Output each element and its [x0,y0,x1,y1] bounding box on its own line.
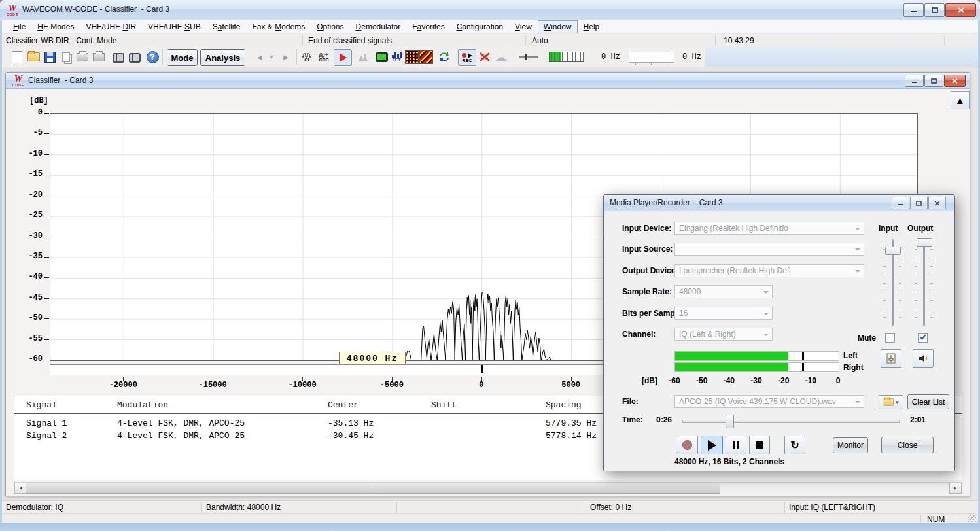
speaker-checkbox[interactable] [918,333,928,343]
delete-recording-button[interactable] [478,50,492,64]
record-signal-button[interactable]: REC [458,49,476,66]
mute-checkbox[interactable] [885,333,895,343]
field-combo-input-source-[interactable] [674,243,864,256]
display-button[interactable] [374,50,389,64]
field-combo-sample-rate-[interactable]: 48000 [674,285,773,298]
squelch-button[interactable] [519,50,538,64]
find-next-button[interactable] [128,50,142,64]
field-combo-bits-per-sample-[interactable]: 16 [674,307,773,320]
file-combo[interactable]: APCO-25 (IQ Voice 439.175 W-CLOUD).wav [674,395,864,408]
menu-item-window[interactable]: Window [538,20,578,33]
menu-item-fax-modems[interactable]: Fax & Modems [246,20,311,33]
menu-item-favorites[interactable]: Favorites [406,20,450,33]
column-header-spacing[interactable]: Spacing [546,400,582,410]
dialog-minimize-button[interactable] [892,197,909,209]
close-dialog-button[interactable]: Close [881,437,934,453]
column-header-modulation[interactable]: Modulation [117,400,168,410]
menu-item-vhf-uhf-sub[interactable]: VHF/UHF-SUB [142,20,207,33]
pause-button[interactable] [726,436,746,454]
status-separator [956,515,956,522]
new-file-button[interactable] [10,50,24,64]
help-button[interactable]: ? [145,50,160,64]
child-title-bar[interactable]: WCODE Classifier - Card 3 [6,73,970,89]
analysis-button[interactable]: Analysis [200,49,245,66]
collapse-panel-button[interactable]: ▲ [951,91,970,109]
mode-button[interactable]: Mode [167,49,198,66]
dialog-title-bar[interactable]: Media Player/Recorder - Card 3 [604,195,954,211]
cloud-button[interactable]: ☁ [493,50,508,64]
start-button[interactable] [334,49,352,66]
waterfall-button[interactable] [404,50,419,64]
menu-item-file[interactable]: File [7,20,31,33]
menu-item-help[interactable]: Help [578,20,606,33]
speaker-button[interactable] [913,349,934,368]
mixer-button[interactable] [881,349,901,368]
classifier-button[interactable]: CL [300,50,315,64]
print-preview-button[interactable] [92,50,106,64]
meter-tick-label: -60 [663,376,686,385]
dialog-restore-button[interactable] [910,197,928,209]
horizontal-scrollbar[interactable]: ◄ ► [14,482,962,494]
combo-value: Lautsprecher (Realtek High Defi [679,266,791,275]
browse-file-button[interactable]: ▼ [879,395,903,409]
scroll-right-button[interactable]: ► [949,483,962,494]
menu-item-hf-modes[interactable]: HF-Modes [31,20,80,33]
field-combo-channel-[interactable]: IQ (Left & Right) [674,328,773,341]
code-check-button[interactable]: CCC [317,50,331,64]
history-dropdown-button[interactable]: ▼ [267,50,276,64]
y-tick-mark [44,113,49,114]
open-file-button[interactable] [26,50,41,64]
resize-grip[interactable] [968,515,976,522]
copy-button[interactable] [59,50,73,64]
output-slider-thumb[interactable] [917,238,932,247]
close-icon [958,7,964,13]
refresh-button[interactable] [437,50,451,64]
back-button[interactable]: ◄ [253,50,267,64]
fft-button[interactable]: FFT [389,50,404,64]
forward-button[interactable]: ► [279,50,293,64]
column-header-signal[interactable]: Signal [26,400,57,410]
sonagram-button[interactable] [419,50,433,64]
menu-item-options[interactable]: Options [311,20,349,33]
column-header-center[interactable]: Center [328,400,359,410]
cloud-icon: ☁ [495,51,507,63]
menu-item-demodulator[interactable]: Demodulator [350,20,407,33]
menu-item-vhf-uhf-dir[interactable]: VHF/UHF-DIR [80,20,142,33]
field-combo-output-device-[interactable]: Lautsprecher (Realtek High Defi [674,264,864,277]
center-frequency-marker[interactable] [481,365,483,373]
save-button[interactable] [43,50,57,64]
field-combo-input-device-[interactable]: Eingang (Realtek High Definitio [674,222,864,235]
child-restore-button[interactable] [924,75,943,87]
wavecom-logo-icon: WCODE [5,3,20,16]
minimize-button[interactable] [903,3,924,17]
child-close-button[interactable] [944,75,966,87]
time-slider-thumb[interactable] [726,415,734,428]
autoscan-button[interactable] [356,50,370,64]
meter-peak-marker [802,352,804,360]
loop-button[interactable]: ↻ [784,436,805,454]
stop-button[interactable] [749,436,770,454]
record-button[interactable] [676,436,698,454]
frequency-slider[interactable] [629,52,674,63]
find-button[interactable] [111,50,126,64]
input-slider-thumb[interactable] [885,247,901,255]
field-label: Input Device: [622,224,671,233]
menu-item-satellite[interactable]: Satellite [207,20,247,33]
time-slider-track[interactable] [682,420,900,423]
print-button[interactable] [75,50,90,64]
scrollbar-thumb[interactable] [26,483,720,494]
x-tick-label: -5000 [362,381,421,390]
play-button[interactable] [701,436,723,454]
dialog-close-button[interactable] [928,197,946,209]
title-bar[interactable]: WCODE WAVECOM W-CODE - Classifier - Card… [0,0,980,20]
window-frame-bottom [0,523,980,531]
column-header-shift[interactable]: Shift [431,400,457,410]
info-separator [944,35,945,46]
monitor-button[interactable]: Monitor [833,437,868,453]
close-button[interactable] [945,3,976,17]
child-minimize-button[interactable] [905,75,924,87]
maximize-button[interactable] [924,3,945,17]
menu-item-configuration[interactable]: Configuration [451,20,509,33]
menu-item-view[interactable]: View [509,20,538,33]
clear-list-button[interactable]: Clear List [907,394,949,409]
